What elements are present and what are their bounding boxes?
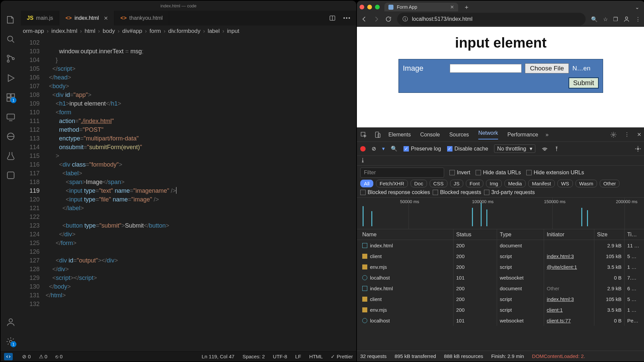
browser-tab[interactable]: Form App ✕: [384, 3, 458, 11]
accounts-icon[interactable]: [6, 317, 16, 327]
breadcrumb-segment[interactable]: form: [150, 28, 161, 35]
network-row[interactable]: client 200 script index.html:3 105 kB 5 …: [357, 294, 644, 304]
filter-input[interactable]: Filter: [360, 168, 444, 178]
initiator-cell[interactable]: client:1: [544, 304, 594, 315]
table-header[interactable]: Ti…: [625, 229, 644, 240]
profile-icon[interactable]: [623, 16, 630, 22]
type-filter-chip[interactable]: Fetch/XHR: [376, 180, 408, 187]
explorer-icon[interactable]: [6, 15, 16, 25]
breadcrumb-segment[interactable]: div.formbody: [168, 28, 200, 35]
type-filter-chip[interactable]: Img: [486, 180, 502, 187]
forward-icon[interactable]: [373, 16, 380, 22]
breadcrumb-segment[interactable]: index.html: [51, 28, 77, 35]
initiator-cell[interactable]: Other: [544, 283, 594, 294]
breadcrumb-segment[interactable]: label: [208, 28, 220, 35]
zoom-icon[interactable]: 🔍: [591, 16, 598, 22]
status-prettier[interactable]: ✓ Prettier: [331, 354, 353, 360]
network-row[interactable]: client 200 script index.html:3 105 kB 5 …: [357, 251, 644, 261]
status-warnings[interactable]: ⚠ 0: [39, 354, 48, 360]
type-filter-chip[interactable]: Other: [600, 180, 620, 187]
record-button[interactable]: [360, 146, 366, 152]
devtools-tab[interactable]: Console: [420, 132, 440, 138]
close-tab-icon[interactable]: ✕: [104, 15, 108, 21]
devtools-tab[interactable]: Network: [478, 130, 498, 139]
third-party-checkbox[interactable]: 3rd-party requests: [484, 189, 535, 195]
reload-icon[interactable]: [385, 16, 392, 22]
bookmark-star-icon[interactable]: ☆: [603, 16, 608, 22]
extensions-icon[interactable]: 1: [6, 93, 16, 103]
network-conditions-icon[interactable]: [541, 145, 548, 152]
extensions-puzzle-icon[interactable]: ❐: [613, 16, 618, 22]
run-debug-icon[interactable]: [6, 73, 16, 83]
breadcrumb-segment[interactable]: div#app: [122, 28, 142, 35]
blocked-cookies-checkbox[interactable]: Blocked response cookies: [360, 189, 430, 195]
back-icon[interactable]: [361, 16, 368, 22]
status-language[interactable]: HTML: [309, 354, 323, 359]
status-errors[interactable]: ⊘ 0: [22, 354, 31, 360]
network-settings-icon[interactable]: [635, 145, 641, 152]
type-filter-chip[interactable]: Font: [466, 180, 483, 187]
initiator-cell[interactable]: client.ts:77: [544, 315, 594, 326]
table-header[interactable]: Size: [594, 229, 625, 240]
status-cursor-pos[interactable]: Ln 119, Col 47: [202, 354, 234, 359]
more-tabs-icon[interactable]: »: [545, 132, 548, 138]
devtools-menu-icon[interactable]: ⋮: [624, 131, 630, 138]
close-tab-icon[interactable]: ✕: [450, 4, 454, 10]
window-controls[interactable]: [360, 5, 380, 9]
initiator-cell[interactable]: @vite/client:1: [544, 261, 594, 272]
search-network-icon[interactable]: 🔍: [391, 145, 397, 152]
export-har-icon[interactable]: ⭳: [360, 157, 366, 163]
code-editor[interactable]: window.output.innerText = msg; } </scrip…: [46, 37, 356, 351]
type-filter-chip[interactable]: All: [360, 180, 373, 187]
new-tab-button[interactable]: ＋: [462, 3, 472, 11]
network-row[interactable]: index.html 200 document 2.9 kB 11 …: [357, 240, 644, 251]
breadcrumb-segment[interactable]: body: [103, 28, 115, 35]
hide-data-urls-checkbox[interactable]: Hide data URLs: [476, 170, 521, 176]
status-eol[interactable]: LF: [295, 354, 301, 359]
imagename-input[interactable]: [450, 64, 522, 73]
network-row[interactable]: localhost 101 websocket 0 B 7.…: [357, 272, 644, 283]
initiator-cell[interactable]: index.html:3: [544, 294, 594, 304]
type-filter-chip[interactable]: Doc: [411, 180, 427, 187]
testing-icon[interactable]: [6, 151, 16, 161]
network-timeline[interactable]: 50000 ms100000 ms150000 ms200000 ms: [357, 198, 644, 229]
status-indent[interactable]: Spaces: 2: [243, 354, 265, 359]
browser-menu-icon[interactable]: ⋮: [635, 16, 641, 22]
editor-tab[interactable]: JSmain.js: [21, 11, 59, 25]
network-row[interactable]: localhost 101 websocket client.ts:77 0 B…: [357, 315, 644, 326]
breadcrumb-segment[interactable]: html: [85, 28, 95, 35]
filter-toggle-icon[interactable]: ▾: [382, 145, 385, 152]
source-control-icon[interactable]: [6, 54, 16, 64]
device-toolbar-icon[interactable]: [374, 131, 381, 138]
more-actions-icon[interactable]: •••: [343, 15, 351, 21]
devtools-settings-icon[interactable]: [610, 131, 617, 138]
breadcrumb[interactable]: orm-app›index.html›html›body›div#app›for…: [21, 25, 356, 37]
status-ports[interactable]: ⎋ 0: [55, 354, 63, 359]
network-row[interactable]: env.mjs 200 script @vite/client:1 3.5 kB…: [357, 261, 644, 272]
invert-checkbox[interactable]: Invert: [449, 170, 470, 176]
address-bar[interactable]: ⓘ localhost:5173/index.html: [397, 13, 586, 25]
table-header[interactable]: Type: [497, 229, 544, 240]
table-header[interactable]: Initiator: [544, 229, 594, 240]
choose-file-button[interactable]: Choose File: [525, 63, 569, 73]
type-filter-chip[interactable]: Media: [504, 180, 526, 187]
table-header[interactable]: Status: [453, 229, 497, 240]
type-filter-chip[interactable]: Wasm: [576, 180, 597, 187]
remote-indicator-icon[interactable]: [4, 353, 13, 360]
search-icon[interactable]: [6, 34, 16, 44]
submit-button[interactable]: Submit: [569, 77, 599, 88]
initiator-cell[interactable]: index.html:3: [544, 251, 594, 261]
editor-tab[interactable]: <>index.html✕: [59, 11, 114, 25]
breadcrumb-segment[interactable]: orm-app: [23, 28, 44, 35]
initiator-cell[interactable]: [544, 272, 594, 283]
table-header[interactable]: Name: [360, 229, 453, 240]
tab-dropdown-icon[interactable]: ⌄: [635, 4, 642, 10]
site-info-icon[interactable]: ⓘ: [402, 16, 408, 23]
editor-tab[interactable]: <>thankyou.html: [114, 11, 169, 25]
type-filter-chip[interactable]: WS: [557, 180, 573, 187]
docker-icon[interactable]: [6, 131, 16, 141]
split-editor-icon[interactable]: [329, 15, 336, 21]
blocked-requests-checkbox[interactable]: Blocked requests: [433, 189, 481, 195]
throttling-select[interactable]: No throttling ▾: [494, 144, 535, 153]
remote-icon[interactable]: [6, 112, 16, 122]
